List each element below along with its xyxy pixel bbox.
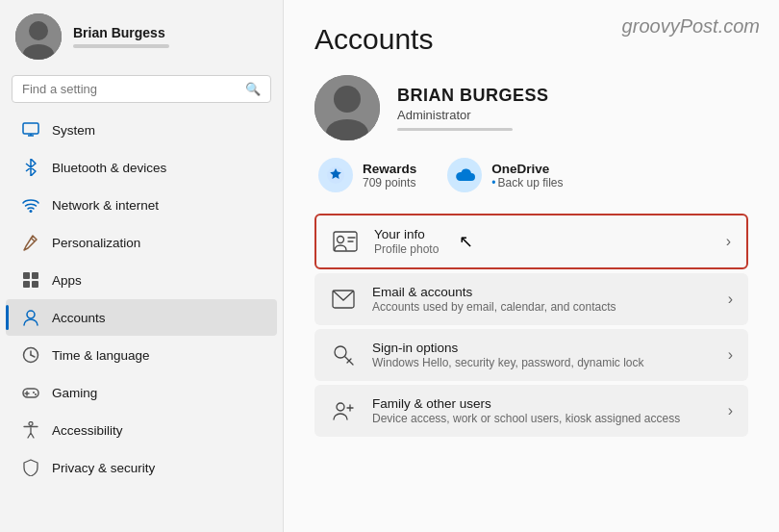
your-info-chevron: › [726,233,731,250]
brush-icon [21,233,40,252]
profile-role-bar [397,128,513,131]
signin-chevron: › [728,346,733,364]
email-desc: Accounts used by email, calendar, and co… [372,300,713,314]
person-icon [21,308,40,327]
family-desc: Device access, work or school users, kio… [372,412,713,425]
sidebar-label-personalization: Personalization [52,236,140,250]
onedrive-item[interactable]: OneDrive •Back up files [447,158,563,192]
svg-point-23 [334,86,361,113]
sidebar-label-apps: Apps [52,273,82,288]
rewards-label: Rewards [363,162,416,176]
search-box[interactable]: 🔍 [12,75,271,103]
person-card-icon [332,228,359,255]
svg-point-6 [30,210,33,213]
avatar [15,13,62,60]
sidebar-item-bluetooth[interactable]: Bluetooth & devices [6,149,277,186]
onedrive-sub: •Back up files [491,176,563,190]
rewards-text: Rewards 709 points [363,162,416,190]
sidebar-label-accessibility: Accessibility [52,423,123,438]
settings-item-email[interactable]: Email & accounts Accounts used by email,… [314,273,748,325]
sidebar-item-gaming[interactable]: Gaming [6,374,277,411]
sidebar-item-privacy[interactable]: Privacy & security [6,449,277,486]
sidebar-user-bar [73,44,169,48]
sidebar-item-apps[interactable]: Apps [6,262,277,298]
svg-rect-3 [23,123,38,134]
profile-avatar [314,75,380,140]
shield-icon [21,458,40,477]
watermark: groovyPost.com [622,15,760,38]
person-add-icon [330,397,357,424]
family-text: Family & other users Device access, work… [372,396,713,425]
svg-point-27 [338,237,344,243]
clock-icon [21,345,40,365]
rewards-item[interactable]: Rewards 709 points [318,158,416,192]
network-icon [21,195,40,215]
sidebar-item-time[interactable]: Time & language [6,337,277,373]
profile-name: BRIAN BURGESS [397,86,549,106]
signin-text: Sign-in options Windows Hello, security … [372,341,713,369]
onedrive-label: OneDrive [491,162,563,176]
envelope-icon [330,286,357,313]
svg-rect-8 [23,272,30,279]
your-info-text: Your info Profile photo [374,227,711,256]
your-info-desc: Profile photo [374,242,711,256]
svg-point-31 [335,346,346,358]
signin-desc: Windows Hello, security key, password, d… [372,356,713,369]
bluetooth-icon [21,158,40,177]
sidebar-item-network[interactable]: Network & internet [6,187,277,223]
sidebar-header: Brian Burgess [0,0,283,71]
nav-list: System Bluetooth & devices Network & int… [0,111,283,532]
sidebar-user-info: Brian Burgess [73,25,169,48]
onedrive-icon [447,158,482,192]
settings-item-family[interactable]: Family & other users Device access, work… [314,385,748,437]
sidebar-user-name: Brian Burgess [73,25,169,40]
sidebar-item-accessibility[interactable]: Accessibility [6,412,277,448]
gaming-icon [21,383,40,402]
search-icon: 🔍 [245,82,261,96]
rewards-points: 709 points [363,176,416,190]
sidebar-item-accounts[interactable]: Accounts [6,299,277,336]
svg-line-34 [347,361,349,363]
sidebar-label-accounts: Accounts [52,311,106,325]
settings-item-signin[interactable]: Sign-in options Windows Hello, security … [314,329,748,381]
key-icon [330,342,357,368]
sidebar: Brian Burgess 🔍 System Blueto [0,0,284,532]
email-title: Email & accounts [372,285,713,299]
sidebar-label-network: Network & internet [52,198,159,213]
svg-line-7 [31,238,35,241]
svg-point-35 [337,403,344,411]
svg-point-1 [29,21,48,40]
main-content: groovyPost.com Accounts BRIAN BURGESS Ad… [284,0,779,532]
profile-section: BRIAN BURGESS Administrator [314,75,748,140]
rewards-row: Rewards 709 points OneDrive •Back up fil… [314,158,748,192]
email-text: Email & accounts Accounts used by email,… [372,285,713,314]
onedrive-text: OneDrive •Back up files [491,162,563,190]
search-input[interactable] [22,82,238,96]
settings-item-your-info[interactable]: Your info Profile photo › ↖ [314,214,748,269]
svg-rect-11 [32,281,38,288]
svg-point-21 [29,422,33,426]
profile-info: BRIAN BURGESS Administrator [397,86,549,131]
sidebar-label-system: System [52,123,95,138]
rewards-icon [318,158,353,192]
svg-rect-9 [32,272,38,279]
sidebar-label-gaming: Gaming [52,386,97,400]
sidebar-label-bluetooth: Bluetooth & devices [52,161,166,175]
email-chevron: › [728,291,733,308]
svg-point-19 [33,392,35,393]
profile-role: Administrator [397,108,549,122]
svg-point-20 [35,393,37,395]
svg-rect-10 [23,281,30,288]
family-chevron: › [728,402,733,419]
sidebar-item-personalization[interactable]: Personalization [6,224,277,261]
accessibility-icon [21,420,40,440]
sidebar-label-time: Time & language [52,348,150,363]
apps-icon [21,270,40,290]
family-title: Family & other users [372,396,713,411]
your-info-title: Your info [374,227,711,241]
sidebar-item-system[interactable]: System [6,112,277,148]
svg-line-15 [31,355,35,357]
sidebar-label-privacy: Privacy & security [52,461,155,475]
svg-point-12 [27,311,35,318]
settings-list: Your info Profile photo › ↖ Email & acco… [314,214,748,437]
